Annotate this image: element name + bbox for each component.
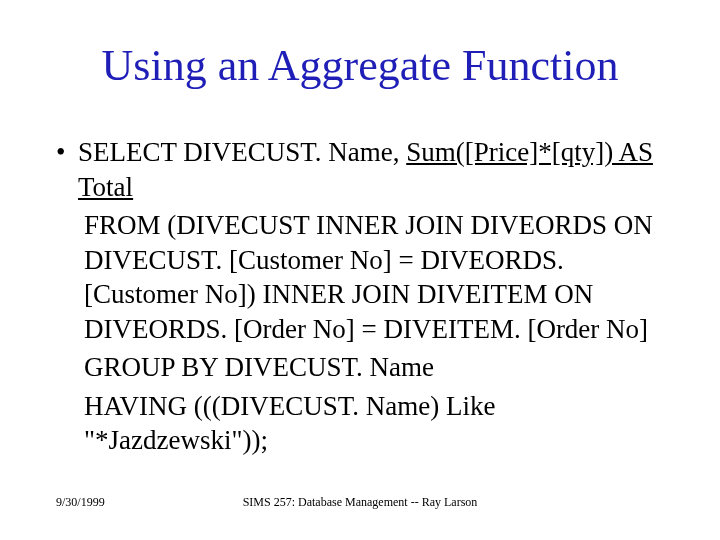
slide: Using an Aggregate Function • SELECT DIV… bbox=[0, 0, 720, 540]
footer-course: SIMS 257: Database Management -- Ray Lar… bbox=[0, 495, 720, 510]
select-clause-part1: SELECT DIVECUST. Name, bbox=[78, 137, 406, 167]
bullet-content: SELECT DIVECUST. Name, Sum([Price]*[qty]… bbox=[78, 135, 660, 204]
slide-body: • SELECT DIVECUST. Name, Sum([Price]*[qt… bbox=[56, 135, 660, 458]
bullet-dot-icon: • bbox=[56, 135, 78, 204]
slide-title: Using an Aggregate Function bbox=[0, 40, 720, 91]
from-clause: FROM (DIVECUST INNER JOIN DIVEORDS ON DI… bbox=[84, 208, 660, 346]
having-clause: HAVING (((DIVECUST. Name) Like "*Jazdzew… bbox=[84, 389, 660, 458]
groupby-clause: GROUP BY DIVECUST. Name bbox=[84, 350, 660, 385]
bullet-item: • SELECT DIVECUST. Name, Sum([Price]*[qt… bbox=[56, 135, 660, 204]
